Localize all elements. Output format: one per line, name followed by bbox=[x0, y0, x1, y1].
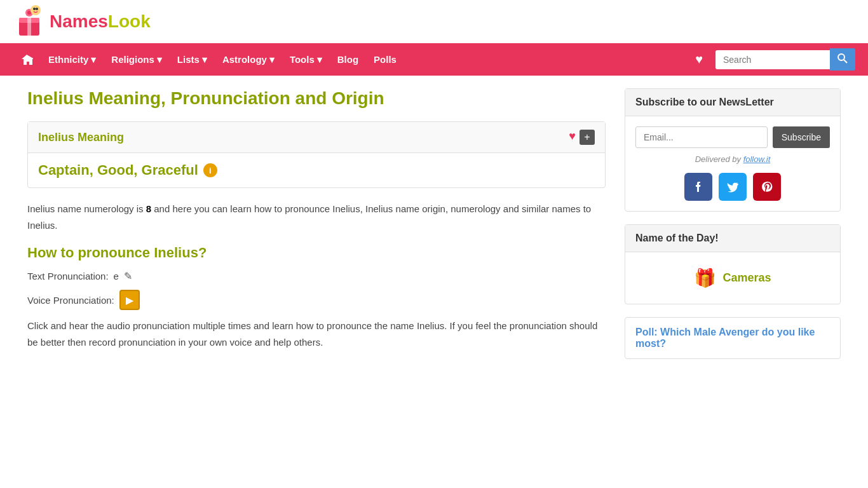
add-meaning-button[interactable]: + bbox=[580, 130, 595, 145]
name-of-day-link[interactable]: Cameras bbox=[722, 271, 771, 285]
nav-polls[interactable]: Polls bbox=[366, 45, 404, 74]
poll-card-body: Poll: Which Male Avenger do you like mos… bbox=[625, 318, 840, 358]
meaning-value: Captain, Good, Graceful i bbox=[38, 162, 595, 179]
nav-lists[interactable]: Lists ▾ bbox=[170, 45, 215, 74]
pronunciation-body: Click and hear the audio pronunciation m… bbox=[27, 318, 606, 350]
logo-text: NamesLook bbox=[50, 11, 151, 32]
info-icon[interactable]: i bbox=[203, 163, 217, 177]
meaning-card-title: Inelius Meaning bbox=[38, 131, 124, 144]
meaning-card: Inelius Meaning ♥ + Captain, Good, Grace… bbox=[27, 121, 606, 188]
meaning-icons: ♥ + bbox=[569, 130, 595, 145]
voice-pronunciation-row: Voice Pronunciation: ▶ bbox=[27, 290, 606, 310]
svg-point-8 bbox=[838, 54, 844, 60]
nav-astrology[interactable]: Astrology ▾ bbox=[215, 45, 282, 74]
newsletter-card-body: Subscribe Delivered by follow.it bbox=[625, 116, 840, 211]
subscribe-button[interactable]: Subscribe bbox=[773, 126, 830, 148]
nav-favorites-icon[interactable]: ♥ bbox=[689, 43, 709, 76]
svg-point-4 bbox=[27, 11, 31, 15]
top-bar: NamesLook bbox=[0, 0, 868, 43]
favorite-heart-icon[interactable]: ♥ bbox=[569, 130, 576, 145]
sidebar: Subscribe to our NewsLetter Subscribe De… bbox=[625, 88, 841, 362]
newsletter-email-input[interactable] bbox=[635, 126, 768, 148]
page-title: Inelius Meaning, Pronunciation and Origi… bbox=[27, 88, 606, 109]
delivered-by: Delivered by follow.it bbox=[635, 154, 830, 164]
name-of-day-header: Name of the Day! bbox=[625, 225, 840, 252]
social-icons bbox=[635, 173, 830, 201]
play-pronunciation-button[interactable]: ▶ bbox=[119, 290, 140, 310]
nav-religions[interactable]: Religions ▾ bbox=[104, 45, 170, 74]
main-content: Inelius Meaning, Pronunciation and Origi… bbox=[27, 88, 606, 362]
poll-card: Poll: Which Male Avenger do you like mos… bbox=[625, 317, 841, 359]
navbar: Ethnicity ▾ Religions ▾ Lists ▾ Astrolog… bbox=[0, 43, 868, 76]
nav-ethnicity[interactable]: Ethnicity ▾ bbox=[41, 45, 104, 74]
svg-rect-2 bbox=[27, 14, 31, 36]
facebook-icon[interactable] bbox=[684, 173, 712, 201]
newsletter-form: Subscribe bbox=[635, 126, 830, 148]
name-of-day-card: Name of the Day! 🎁 Cameras bbox=[625, 224, 841, 304]
svg-point-5 bbox=[31, 5, 41, 15]
pinterest-icon[interactable] bbox=[753, 173, 781, 201]
text-pronunciation-row: Text Pronunciation: e ✎ bbox=[27, 270, 606, 282]
search-input[interactable] bbox=[715, 50, 830, 69]
edit-pronunciation-icon[interactable]: ✎ bbox=[124, 270, 132, 282]
newsletter-card: Subscribe to our NewsLetter Subscribe De… bbox=[625, 88, 841, 212]
nav-blog[interactable]: Blog bbox=[330, 45, 366, 74]
main-container: Inelius Meaning, Pronunciation and Origi… bbox=[15, 76, 853, 374]
pronunciation-heading: How to pronounce Inelius? bbox=[27, 245, 606, 261]
search-form bbox=[715, 48, 855, 71]
svg-line-9 bbox=[844, 60, 847, 63]
svg-point-7 bbox=[36, 8, 38, 10]
search-button[interactable] bbox=[830, 48, 855, 71]
svg-point-6 bbox=[33, 8, 36, 10]
newsletter-card-header: Subscribe to our NewsLetter bbox=[625, 89, 840, 116]
name-of-day-body: 🎁 Cameras bbox=[625, 252, 840, 304]
meaning-card-header: Inelius Meaning ♥ + bbox=[28, 122, 605, 153]
logo-icon bbox=[13, 5, 46, 38]
follow-it-link[interactable]: follow.it bbox=[743, 154, 771, 164]
poll-title[interactable]: Poll: Which Male Avenger do you like mos… bbox=[635, 327, 830, 349]
name-of-day-content: 🎁 Cameras bbox=[635, 262, 830, 294]
twitter-icon[interactable] bbox=[719, 173, 747, 201]
nav-home-icon[interactable] bbox=[13, 44, 41, 75]
logo[interactable]: NamesLook bbox=[13, 5, 151, 38]
nav-tools[interactable]: Tools ▾ bbox=[282, 45, 330, 74]
intro-text: Inelius name numerology is 8 and here yo… bbox=[27, 201, 606, 233]
meaning-card-body: Captain, Good, Graceful i bbox=[28, 153, 605, 187]
name-of-day-gift-icon: 🎁 bbox=[694, 268, 716, 288]
